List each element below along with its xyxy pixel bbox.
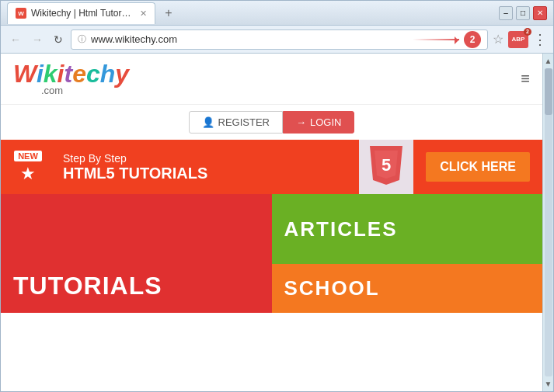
url-bar[interactable]: ⓘ www.wikitechy.com 2: [71, 29, 488, 50]
hamburger-menu[interactable]: ≡: [521, 70, 530, 88]
scrollbar[interactable]: ▲ ▼: [542, 54, 553, 391]
active-tab[interactable]: W Wikitechy | Html Tutoria… ✕: [7, 2, 155, 24]
step-badge: 2: [464, 31, 481, 48]
scroll-track[interactable]: [545, 68, 552, 376]
browser-menu-button[interactable]: ⋮: [533, 31, 547, 48]
banner-new-section: NEW ★: [1, 144, 55, 190]
refresh-button[interactable]: ↻: [51, 32, 66, 47]
register-icon: 👤: [202, 116, 214, 128]
tab-favicon: W: [16, 8, 26, 19]
adblock-extension[interactable]: ABP 2: [508, 31, 528, 48]
html5-banner: NEW ★ Step By Step HTML5 TUTORIALS 5: [1, 140, 542, 194]
html5-shield-svg: 5: [367, 146, 406, 189]
logo-text: Wikitechy: [13, 61, 129, 86]
scroll-thumb[interactable]: [545, 68, 552, 115]
logo-letter-w: W: [13, 60, 37, 88]
register-button[interactable]: 👤 REGISTER: [189, 111, 283, 134]
banner-html5-title: HTML5 TUTORIALS: [63, 165, 351, 182]
html5-shield: 5: [367, 146, 406, 189]
site-header: Wikitechy .com ≡: [1, 54, 542, 105]
school-tile[interactable]: SCHOOL: [272, 264, 543, 313]
logo-com: .com: [41, 85, 129, 96]
ext-badge: 2: [524, 28, 531, 36]
site-grid: TUTORIALS ARTICLES SCHOOL: [1, 194, 542, 313]
banner-step-title: Step By Step: [63, 152, 351, 165]
logo-letter-i2: i: [57, 60, 64, 88]
forward-button[interactable]: →: [29, 32, 46, 47]
right-column: ARTICLES SCHOOL: [272, 194, 543, 313]
login-icon: →: [296, 116, 306, 128]
logo-letter-t: t: [64, 60, 73, 88]
tab-title: Wikitechy | Html Tutoria…: [31, 8, 132, 19]
tabs-area: W Wikitechy | Html Tutoria… ✕ +: [7, 2, 499, 24]
logo-letter-c: c: [86, 60, 100, 88]
scroll-up-arrow[interactable]: ▲: [543, 55, 553, 67]
banner-text: Step By Step HTML5 TUTORIALS: [55, 146, 359, 189]
svg-text:5: 5: [382, 155, 391, 175]
logo-letter-i: i: [37, 60, 44, 88]
browser-content: Wikitechy .com ≡ 👤 REGISTER → LOGIN: [1, 54, 553, 391]
star-icon: ★: [20, 164, 36, 184]
tutorials-label: TUTORIALS: [13, 272, 162, 300]
browser-window: W Wikitechy | Html Tutoria… ✕ + – □ ✕ ← …: [0, 0, 554, 392]
auth-buttons: 👤 REGISTER → LOGIN: [1, 105, 542, 140]
new-tab-button[interactable]: +: [160, 5, 177, 22]
step-indicator: 2: [413, 31, 481, 48]
click-here-button[interactable]: CLICK HERE: [426, 152, 530, 182]
html5-logo: 5: [359, 140, 413, 194]
new-badge: NEW: [14, 151, 42, 161]
logo-letter-e: e: [72, 60, 86, 88]
logo: Wikitechy .com: [13, 61, 129, 96]
arrow-line: [413, 39, 459, 40]
logo-letter-k: k: [44, 60, 57, 88]
info-icon: ⓘ: [78, 33, 86, 45]
maximize-button[interactable]: □: [516, 6, 530, 20]
close-button[interactable]: ✕: [533, 6, 547, 20]
bookmark-button[interactable]: ☆: [493, 32, 503, 47]
minimize-button[interactable]: –: [499, 6, 513, 20]
tutorials-tile[interactable]: TUTORIALS: [1, 194, 272, 313]
articles-label: ARTICLES: [284, 217, 398, 241]
articles-tile[interactable]: ARTICLES: [272, 194, 543, 264]
page-content: Wikitechy .com ≡ 👤 REGISTER → LOGIN: [1, 54, 542, 391]
window-controls: – □ ✕: [499, 6, 547, 20]
scroll-down-arrow[interactable]: ▼: [543, 378, 553, 390]
login-button[interactable]: → LOGIN: [283, 111, 354, 134]
address-bar: ← → ↻ ⓘ www.wikitechy.com 2 ☆ ABP 2 ⋮: [1, 26, 553, 54]
banner-click-section: CLICK HERE: [413, 144, 542, 189]
title-bar: W Wikitechy | Html Tutoria… ✕ + – □ ✕: [1, 1, 553, 26]
back-button[interactable]: ←: [7, 32, 24, 47]
logo-letter-h: h: [100, 60, 116, 88]
school-label: SCHOOL: [284, 276, 380, 300]
tab-close-button[interactable]: ✕: [140, 9, 147, 19]
logo-letter-y: y: [115, 60, 129, 88]
url-text: www.wikitechy.com: [91, 33, 408, 45]
